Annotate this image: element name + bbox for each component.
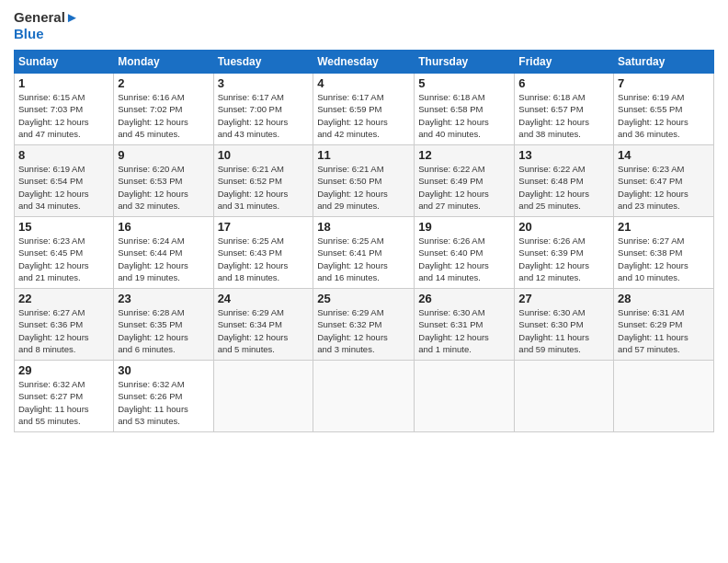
calendar-cell: 4Sunrise: 6:17 AMSunset: 6:59 PMDaylight… bbox=[313, 74, 415, 145]
calendar-cell: 11Sunrise: 6:21 AMSunset: 6:50 PMDayligh… bbox=[313, 145, 415, 217]
day-number: 15 bbox=[18, 220, 109, 234]
calendar-cell: 8Sunrise: 6:19 AMSunset: 6:54 PMDaylight… bbox=[15, 145, 114, 217]
day-info: Sunrise: 6:20 AMSunset: 6:53 PMDaylight:… bbox=[118, 163, 209, 212]
day-info: Sunrise: 6:23 AMSunset: 6:45 PMDaylight:… bbox=[18, 235, 109, 283]
day-number: 8 bbox=[18, 148, 109, 162]
weekday-header: Thursday bbox=[415, 51, 515, 74]
calendar-cell: 19Sunrise: 6:26 AMSunset: 6:40 PMDayligh… bbox=[415, 217, 515, 289]
day-number: 9 bbox=[118, 148, 209, 162]
day-number: 21 bbox=[618, 220, 710, 234]
day-info: Sunrise: 6:25 AMSunset: 6:41 PMDaylight:… bbox=[317, 235, 410, 283]
day-number: 5 bbox=[418, 76, 510, 90]
calendar-cell: 23Sunrise: 6:28 AMSunset: 6:35 PMDayligh… bbox=[114, 289, 213, 361]
day-number: 6 bbox=[518, 76, 609, 90]
day-info: Sunrise: 6:27 AMSunset: 6:36 PMDaylight:… bbox=[18, 306, 109, 355]
calendar-cell: 29Sunrise: 6:32 AMSunset: 6:27 PMDayligh… bbox=[15, 361, 114, 432]
day-number: 30 bbox=[118, 363, 209, 377]
day-number: 4 bbox=[317, 76, 410, 90]
calendar-cell: 13Sunrise: 6:22 AMSunset: 6:48 PMDayligh… bbox=[515, 145, 614, 217]
day-info: Sunrise: 6:17 AMSunset: 6:59 PMDaylight:… bbox=[317, 91, 410, 140]
header: General► Blue bbox=[14, 9, 714, 42]
day-info: Sunrise: 6:29 AMSunset: 6:32 PMDaylight:… bbox=[317, 306, 410, 355]
day-number: 18 bbox=[317, 220, 410, 234]
calendar-cell: 24Sunrise: 6:29 AMSunset: 6:34 PMDayligh… bbox=[213, 289, 313, 361]
weekday-header: Sunday bbox=[15, 51, 114, 74]
weekday-header: Monday bbox=[114, 51, 213, 74]
calendar-week-row: 15Sunrise: 6:23 AMSunset: 6:45 PMDayligh… bbox=[15, 217, 714, 289]
calendar-cell: 9Sunrise: 6:20 AMSunset: 6:53 PMDaylight… bbox=[114, 145, 213, 217]
calendar-cell: 7Sunrise: 6:19 AMSunset: 6:55 PMDaylight… bbox=[614, 74, 714, 145]
calendar-cell: 27Sunrise: 6:30 AMSunset: 6:30 PMDayligh… bbox=[515, 289, 614, 361]
day-number: 22 bbox=[18, 292, 109, 305]
day-number: 12 bbox=[418, 148, 510, 162]
day-number: 14 bbox=[618, 148, 710, 162]
day-info: Sunrise: 6:29 AMSunset: 6:34 PMDaylight:… bbox=[218, 306, 310, 355]
day-number: 23 bbox=[118, 292, 209, 305]
calendar-cell bbox=[515, 361, 614, 432]
day-info: Sunrise: 6:17 AMSunset: 7:00 PMDaylight:… bbox=[218, 91, 310, 140]
weekday-header: Tuesday bbox=[213, 51, 313, 74]
day-number: 28 bbox=[618, 292, 710, 305]
calendar-cell: 25Sunrise: 6:29 AMSunset: 6:32 PMDayligh… bbox=[313, 289, 415, 361]
page-container: General► Blue SundayMondayTuesdayWednesd… bbox=[0, 0, 728, 442]
day-info: Sunrise: 6:30 AMSunset: 6:31 PMDaylight:… bbox=[418, 306, 510, 355]
day-info: Sunrise: 6:22 AMSunset: 6:48 PMDaylight:… bbox=[518, 163, 609, 212]
day-number: 29 bbox=[18, 363, 109, 377]
day-number: 1 bbox=[18, 76, 109, 90]
calendar-week-row: 1Sunrise: 6:15 AMSunset: 7:03 PMDaylight… bbox=[15, 74, 714, 145]
calendar-cell: 6Sunrise: 6:18 AMSunset: 6:57 PMDaylight… bbox=[515, 74, 614, 145]
day-number: 13 bbox=[518, 148, 609, 162]
weekday-header: Friday bbox=[515, 51, 614, 74]
day-info: Sunrise: 6:16 AMSunset: 7:02 PMDaylight:… bbox=[118, 91, 209, 140]
day-number: 2 bbox=[118, 76, 209, 90]
calendar-week-row: 8Sunrise: 6:19 AMSunset: 6:54 PMDaylight… bbox=[15, 145, 714, 217]
day-info: Sunrise: 6:27 AMSunset: 6:38 PMDaylight:… bbox=[618, 235, 710, 283]
day-info: Sunrise: 6:22 AMSunset: 6:49 PMDaylight:… bbox=[418, 163, 510, 212]
day-number: 11 bbox=[317, 148, 410, 162]
day-info: Sunrise: 6:30 AMSunset: 6:30 PMDaylight:… bbox=[518, 306, 609, 355]
day-number: 3 bbox=[218, 76, 310, 90]
calendar-cell: 20Sunrise: 6:26 AMSunset: 6:39 PMDayligh… bbox=[515, 217, 614, 289]
calendar-cell: 26Sunrise: 6:30 AMSunset: 6:31 PMDayligh… bbox=[415, 289, 515, 361]
day-info: Sunrise: 6:19 AMSunset: 6:54 PMDaylight:… bbox=[18, 163, 109, 212]
day-info: Sunrise: 6:18 AMSunset: 6:58 PMDaylight:… bbox=[418, 91, 510, 140]
day-number: 19 bbox=[418, 220, 510, 234]
calendar-cell: 2Sunrise: 6:16 AMSunset: 7:02 PMDaylight… bbox=[114, 74, 213, 145]
calendar-cell: 22Sunrise: 6:27 AMSunset: 6:36 PMDayligh… bbox=[15, 289, 114, 361]
calendar-week-row: 22Sunrise: 6:27 AMSunset: 6:36 PMDayligh… bbox=[15, 289, 714, 361]
calendar-cell: 10Sunrise: 6:21 AMSunset: 6:52 PMDayligh… bbox=[213, 145, 313, 217]
day-info: Sunrise: 6:21 AMSunset: 6:50 PMDaylight:… bbox=[317, 163, 410, 212]
day-number: 20 bbox=[518, 220, 609, 234]
calendar-cell bbox=[313, 361, 415, 432]
day-info: Sunrise: 6:26 AMSunset: 6:40 PMDaylight:… bbox=[418, 235, 510, 283]
calendar-cell: 5Sunrise: 6:18 AMSunset: 6:58 PMDaylight… bbox=[415, 74, 515, 145]
calendar-cell: 1Sunrise: 6:15 AMSunset: 7:03 PMDaylight… bbox=[15, 74, 114, 145]
calendar-cell: 16Sunrise: 6:24 AMSunset: 6:44 PMDayligh… bbox=[114, 217, 213, 289]
day-number: 25 bbox=[317, 292, 410, 305]
calendar-cell bbox=[213, 361, 313, 432]
calendar-cell: 30Sunrise: 6:32 AMSunset: 6:26 PMDayligh… bbox=[114, 361, 213, 432]
calendar-body: 1Sunrise: 6:15 AMSunset: 7:03 PMDaylight… bbox=[15, 74, 714, 432]
day-info: Sunrise: 6:32 AMSunset: 6:27 PMDaylight:… bbox=[18, 378, 109, 427]
day-info: Sunrise: 6:18 AMSunset: 6:57 PMDaylight:… bbox=[518, 91, 609, 140]
calendar-cell: 21Sunrise: 6:27 AMSunset: 6:38 PMDayligh… bbox=[614, 217, 714, 289]
day-number: 26 bbox=[418, 292, 510, 305]
day-number: 17 bbox=[218, 220, 310, 234]
calendar-cell: 28Sunrise: 6:31 AMSunset: 6:29 PMDayligh… bbox=[614, 289, 714, 361]
day-info: Sunrise: 6:28 AMSunset: 6:35 PMDaylight:… bbox=[118, 306, 209, 355]
day-info: Sunrise: 6:32 AMSunset: 6:26 PMDaylight:… bbox=[118, 378, 209, 427]
calendar-cell: 18Sunrise: 6:25 AMSunset: 6:41 PMDayligh… bbox=[313, 217, 415, 289]
calendar-cell: 17Sunrise: 6:25 AMSunset: 6:43 PMDayligh… bbox=[213, 217, 313, 289]
day-number: 16 bbox=[118, 220, 209, 234]
day-number: 24 bbox=[218, 292, 310, 305]
logo: General► Blue bbox=[14, 9, 79, 42]
calendar-table: SundayMondayTuesdayWednesdayThursdayFrid… bbox=[14, 50, 714, 432]
calendar-cell: 14Sunrise: 6:23 AMSunset: 6:47 PMDayligh… bbox=[614, 145, 714, 217]
calendar-header-row: SundayMondayTuesdayWednesdayThursdayFrid… bbox=[15, 51, 714, 74]
day-info: Sunrise: 6:26 AMSunset: 6:39 PMDaylight:… bbox=[518, 235, 609, 283]
calendar-cell bbox=[614, 361, 714, 432]
day-number: 27 bbox=[518, 292, 609, 305]
day-info: Sunrise: 6:25 AMSunset: 6:43 PMDaylight:… bbox=[218, 235, 310, 283]
day-number: 10 bbox=[218, 148, 310, 162]
day-info: Sunrise: 6:31 AMSunset: 6:29 PMDaylight:… bbox=[618, 306, 710, 355]
